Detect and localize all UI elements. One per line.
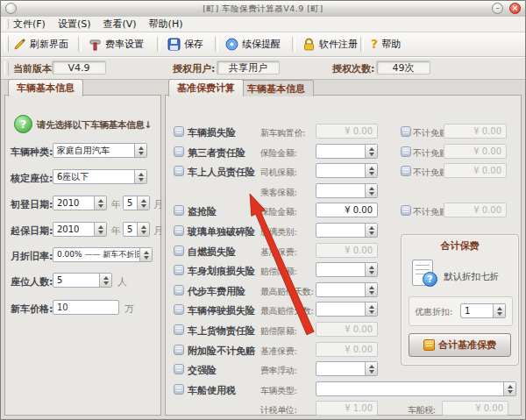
calc-total-premium-button[interactable]: 合计基准保费	[409, 333, 511, 357]
spinner-icon[interactable]	[365, 224, 377, 237]
tab-base-premium-calc[interactable]: 基准保费计算	[168, 79, 244, 96]
refresh-button[interactable]: 刷新界面	[10, 34, 72, 53]
refresh-label: 刷新界面	[30, 38, 68, 51]
option-icon[interactable]	[174, 285, 184, 295]
passenger-amount-select[interactable]	[316, 183, 378, 198]
policy-start-month-spinner[interactable]: 5	[123, 222, 150, 237]
spinner-icon[interactable]	[94, 196, 106, 210]
save-button[interactable]: 保存	[164, 34, 207, 53]
first-reg-month-spinner[interactable]: 5	[123, 196, 150, 210]
option-icon[interactable]	[401, 146, 411, 157]
insurance-name: 玻璃单独破碎险	[188, 225, 255, 238]
refresh-icon	[13, 38, 26, 51]
spinner-icon[interactable]	[139, 248, 152, 261]
menu-help[interactable]: 帮助(H)	[149, 18, 183, 31]
option-icon[interactable]	[401, 205, 411, 216]
no-deductible-amount: ¥ 0.00	[444, 163, 507, 178]
spinner-icon[interactable]	[134, 170, 146, 183]
vehicle-type-value: 家庭自用汽车	[57, 144, 110, 157]
compensation-limit-select[interactable]	[316, 262, 378, 277]
user-value: 共享用户	[217, 61, 280, 75]
menu-file[interactable]: 文件(F)	[13, 18, 46, 31]
month-unit: 月	[153, 198, 163, 211]
glass-type-select[interactable]	[316, 223, 378, 238]
driver-amount-select[interactable]	[316, 163, 378, 178]
vehicle-type-select[interactable]: 家庭自用汽车	[53, 143, 147, 158]
option-icon[interactable]	[401, 126, 411, 137]
no-deductible-amount: ¥ 0.00	[444, 144, 507, 159]
spinner-icon[interactable]	[503, 382, 515, 395]
option-icon[interactable]	[174, 364, 184, 374]
row-vehicle-tax: 车船使用税 车辆类型:	[166, 381, 521, 397]
first-reg-year-spinner[interactable]: 2010	[53, 196, 107, 210]
tab-vehicle-info-left[interactable]: 车辆基本信息	[8, 79, 83, 96]
theft-amount-input[interactable]: ¥ 0.00	[316, 203, 378, 217]
register-button[interactable]: 软件注册	[299, 34, 361, 53]
spinner-icon[interactable]	[365, 164, 377, 177]
policy-start-year-spinner[interactable]: 2010	[53, 222, 107, 237]
approved-seats-select[interactable]: 6座以下	[53, 169, 147, 184]
spinner-icon[interactable]	[365, 303, 377, 316]
spinner-icon[interactable]	[94, 223, 106, 236]
option-icon[interactable]	[174, 146, 184, 157]
rate-settings-button[interactable]: 费率设置	[85, 34, 147, 53]
spinner-icon[interactable]	[365, 362, 377, 375]
rate-float-select[interactable]	[316, 361, 378, 376]
insured-amount-select[interactable]	[316, 144, 378, 159]
option-icon[interactable]	[174, 246, 184, 256]
total-premium-title: 合计保费	[402, 239, 518, 253]
option-icon[interactable]	[174, 166, 184, 176]
option-icon[interactable]	[401, 166, 411, 176]
option-icon[interactable]	[174, 324, 184, 335]
insurance-name: 第三者责任险	[188, 146, 245, 160]
option-icon[interactable]	[174, 384, 184, 395]
row-tax-unit: 计税单位: ¥ 1.00 车船税: ¥ 0.00	[166, 401, 521, 416]
renew-reminder-button[interactable]: 续保提醒	[222, 34, 284, 53]
spinner-icon[interactable]	[365, 145, 377, 158]
spinner-icon[interactable]	[99, 274, 111, 287]
first-reg-year: 2010	[57, 196, 79, 210]
amount-field: ¥ 0.00	[316, 243, 378, 258]
policy-start-year: 2010	[57, 223, 79, 236]
field-label: 赔偿限额:	[260, 266, 296, 278]
depreciation-select[interactable]: 0.00% —— 新车不折旧	[53, 247, 153, 262]
vehicle-info-panel: ? 请先选择以下车辆基本信息↓ 车辆种类: 家庭自用汽车 核定座位: 6座以下 …	[4, 95, 161, 416]
max-days-select[interactable]	[316, 302, 378, 317]
menu-settings[interactable]: 设置(S)	[58, 18, 91, 31]
max-days-select[interactable]	[316, 282, 378, 297]
field-label: 新车购置价:	[260, 127, 305, 139]
spinner-icon[interactable]	[365, 263, 377, 276]
amount-field: ¥ 0.00	[316, 124, 378, 139]
option-icon[interactable]	[174, 205, 184, 216]
toolbar-separator	[215, 37, 218, 52]
insurance-name: 车船使用税	[188, 384, 236, 397]
close-button[interactable]: ×	[509, 3, 521, 14]
spinner-icon[interactable]	[134, 144, 146, 157]
option-icon[interactable]	[174, 126, 184, 137]
insurance-name: 车身划痕损失险	[188, 265, 255, 278]
help-ball-icon: ?	[14, 115, 32, 133]
discount-spinner[interactable]: 1	[460, 303, 506, 318]
menu-view[interactable]: 查看(V)	[103, 18, 137, 31]
option-icon[interactable]	[174, 345, 184, 355]
spinner-icon[interactable]	[365, 184, 377, 197]
insurance-name: 盗抢险	[188, 205, 217, 218]
spinner-icon[interactable]	[137, 196, 149, 210]
seat-count-spinner[interactable]: 5	[53, 273, 112, 288]
vehicle-tax-field: ¥ 0.00	[442, 401, 508, 416]
help-button[interactable]: ? 帮助	[367, 34, 404, 53]
insurance-name: 自燃损失险	[188, 246, 236, 259]
spinner-icon[interactable]	[365, 283, 377, 296]
option-icon[interactable]	[174, 265, 184, 275]
vehicle-type-tax-select[interactable]	[316, 381, 516, 396]
spinner-icon[interactable]	[137, 223, 149, 236]
field-label: 最高赔偿天数:	[260, 286, 314, 298]
minimize-button[interactable]: –	[492, 3, 503, 14]
tab-vehicle-info-right[interactable]: 车辆基本信息	[238, 80, 314, 96]
count-label: 授权次数:	[332, 62, 374, 75]
new-car-price-input[interactable]: 10	[53, 300, 119, 315]
option-icon[interactable]	[174, 304, 184, 315]
option-icon[interactable]	[174, 225, 184, 236]
spinner-icon[interactable]	[493, 304, 505, 317]
first-reg-month: 5	[127, 196, 132, 210]
